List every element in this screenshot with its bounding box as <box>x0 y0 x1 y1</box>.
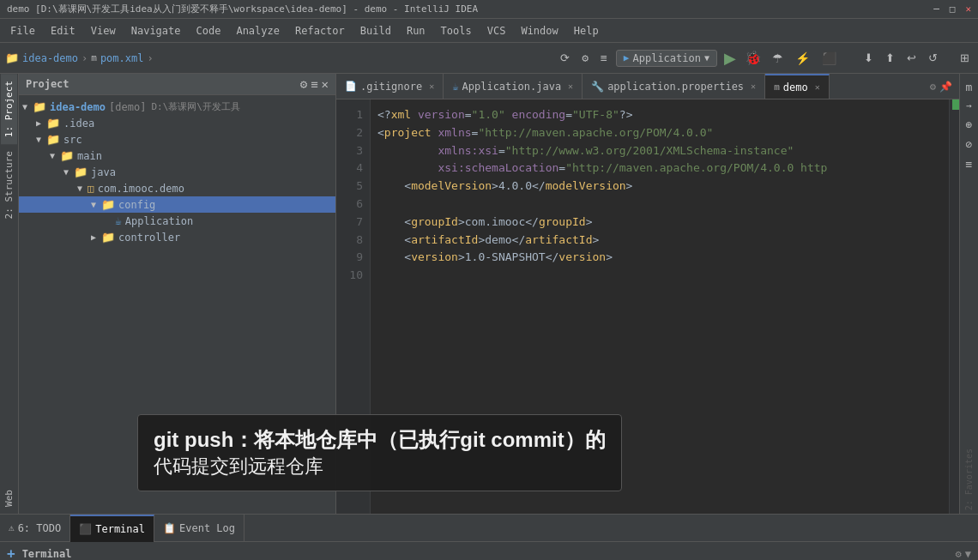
minimize-btn[interactable]: ─ <box>933 3 939 15</box>
toolbar-undo[interactable]: ↺ <box>925 50 941 66</box>
run-config-selector[interactable]: ▶ Application ▼ <box>616 50 717 67</box>
tree-arrow-main: ▼ <box>50 151 60 160</box>
breadcrumb-module[interactable]: pom.xml <box>100 52 144 64</box>
title-text: demo [D:\慕课网\开发工具idea从入门到爱不释手\workspace\… <box>7 3 478 15</box>
toolbar-vcs-1[interactable]: ⬇ <box>860 50 877 66</box>
project-panel-header: Project ⚙ ≡ ✕ <box>19 74 335 95</box>
breadcrumb-sep2: › <box>147 52 153 64</box>
validation-ok-indicator <box>952 99 959 110</box>
tree-config-folder[interactable]: ▼ 📁 config <box>19 196 335 213</box>
right-icon-1[interactable]: m <box>963 77 976 97</box>
tree-root-path: D:\慕课网\开发工具 <box>151 100 240 113</box>
right-icon-5[interactable]: ≡ <box>963 154 976 174</box>
toolbar-icon-1[interactable]: ⟳ <box>557 50 573 66</box>
tree-root[interactable]: ▼ 📁 idea-demo [demo] D:\慕课网\开发工具 <box>19 99 335 115</box>
stop-button[interactable]: ⬛ <box>818 50 840 67</box>
menu-help[interactable]: Help <box>567 23 606 39</box>
tab-gitignore[interactable]: 📄 .gitignore ✕ <box>336 74 444 99</box>
title-bar: demo [D:\慕课网\开发工具idea从入门到爱不释手\workspace\… <box>0 0 978 19</box>
panel-icon-layout[interactable]: ≡ <box>311 77 317 91</box>
right-icon-3[interactable]: ⊕ <box>963 115 976 135</box>
menu-analyze[interactable]: Analyze <box>229 23 287 39</box>
debug-button[interactable]: 🐞 <box>743 48 764 68</box>
bottom-tab-eventlog[interactable]: 📋 Event Log <box>154 515 244 542</box>
tab-properties-close[interactable]: ✕ <box>751 81 756 91</box>
tab-pom-close[interactable]: ✕ <box>815 82 820 92</box>
tree-package[interactable]: ▼ ◫ com.imooc.demo <box>19 180 335 196</box>
menu-view[interactable]: View <box>84 23 123 39</box>
tree-package-name: com.imooc.demo <box>98 183 184 195</box>
tree-arrow-root: ▼ <box>22 102 33 111</box>
tab-application-java-label: Application.java <box>462 81 562 93</box>
tab-gitignore-close[interactable]: ✕ <box>429 81 434 91</box>
toolbar-vcs-3[interactable]: ↩ <box>903 50 920 66</box>
menu-build[interactable]: Build <box>353 23 398 39</box>
run-button[interactable]: ▶ <box>722 47 738 69</box>
menu-code[interactable]: Code <box>190 23 228 39</box>
tree-src-folder[interactable]: ▼ 📁 src <box>19 131 335 148</box>
src-folder-icon: 📁 <box>46 133 60 146</box>
toolbar-layout[interactable]: ⊞ <box>957 50 973 66</box>
menu-navigate[interactable]: Navigate <box>124 23 188 39</box>
validation-bar <box>949 99 959 514</box>
tab-application-java[interactable]: ☕ Application.java ✕ <box>444 74 583 99</box>
maximize-btn[interactable]: □ <box>950 3 956 15</box>
terminal-hide-icon[interactable]: ▼ <box>965 548 971 560</box>
terminal-add-btn[interactable]: + <box>7 545 15 560</box>
menu-edit[interactable]: Edit <box>44 23 82 39</box>
java-folder-icon: 📁 <box>74 166 88 178</box>
tab-application-java-close[interactable]: ✕ <box>568 81 573 91</box>
line-num-8: 8 <box>343 232 363 250</box>
tree-main-folder[interactable]: ▼ 📁 main <box>19 148 335 164</box>
project-icon: 📁 <box>5 51 19 64</box>
tree-application-file[interactable]: ☕ Application <box>19 213 335 229</box>
tree-arrow-java: ▼ <box>63 167 74 177</box>
close-btn[interactable]: ✕ <box>965 3 971 15</box>
line-num-1: 1 <box>343 106 363 124</box>
line-num-6: 6 <box>343 196 363 214</box>
toolbar-icon-3[interactable]: ≡ <box>597 50 611 66</box>
tree-main-name: main <box>77 150 102 162</box>
bottom-tab-todo[interactable]: ⚠ 6: TODO <box>0 515 70 542</box>
tree-src-name: src <box>63 134 82 146</box>
menu-file[interactable]: File <box>3 23 42 39</box>
tab-app-properties[interactable]: 🔧 application.properties ✕ <box>583 74 765 99</box>
tree-arrow-controller: ▶ <box>91 232 101 242</box>
bottom-tabs: ⚠ 6: TODO ⬛ Terminal 📋 Event Log <box>0 514 978 541</box>
editor-pin-icon[interactable]: 📌 <box>939 81 952 93</box>
coverage-button[interactable]: ☂ <box>769 50 787 67</box>
bottom-tab-terminal[interactable]: ⬛ Terminal <box>70 515 154 542</box>
sidebar-tab-structure[interactable]: 2: Structure <box>1 144 17 226</box>
package-icon: ◫ <box>88 182 94 195</box>
menu-window[interactable]: Window <box>514 23 564 39</box>
sidebar-tab-project[interactable]: 1: Project <box>1 74 17 144</box>
tree-idea-folder[interactable]: ▶ 📁 .idea <box>19 115 335 131</box>
menu-vcs[interactable]: VCS <box>480 23 513 39</box>
tab-gitignore-label: .gitignore <box>360 81 422 93</box>
tab-pom-xml[interactable]: m demo ✕ <box>765 74 830 99</box>
tab-pom-label: demo <box>783 81 808 93</box>
right-icon-4[interactable]: ⊘ <box>963 135 976 154</box>
line-num-3: 3 <box>343 142 363 160</box>
toolbar-icon-2[interactable]: ⚙ <box>578 50 592 66</box>
menu-refactor[interactable]: Refactor <box>288 23 352 39</box>
panel-icon-close[interactable]: ✕ <box>322 77 329 91</box>
terminal-gear-icon[interactable]: ⚙ <box>956 548 962 560</box>
config-folder-icon: 📁 <box>101 198 115 211</box>
editor-settings-icon[interactable]: ⚙ <box>930 81 936 93</box>
tree-java-folder[interactable]: ▼ 📁 java <box>19 164 335 180</box>
terminal-header: + Terminal ⚙ ▼ <box>0 542 978 560</box>
run-config-icon: ▶ <box>624 52 630 63</box>
sidebar-tab-web[interactable]: Web <box>1 483 17 514</box>
right-icon-2[interactable]: → <box>963 97 975 115</box>
line-num-10: 10 <box>343 267 363 285</box>
right-icon-bottom[interactable]: 2: Favorites <box>961 445 977 514</box>
menu-tools[interactable]: Tools <box>434 23 479 39</box>
breadcrumb-project[interactable]: idea-demo <box>22 52 78 64</box>
profile-button[interactable]: ⚡ <box>792 50 813 67</box>
tree-controller-folder[interactable]: ▶ 📁 controller <box>19 229 335 245</box>
folder-icon-root: 📁 <box>33 100 46 113</box>
panel-icon-gear[interactable]: ⚙ <box>300 77 307 91</box>
toolbar-vcs-2[interactable]: ⬆ <box>882 50 898 66</box>
menu-run[interactable]: Run <box>400 23 432 39</box>
